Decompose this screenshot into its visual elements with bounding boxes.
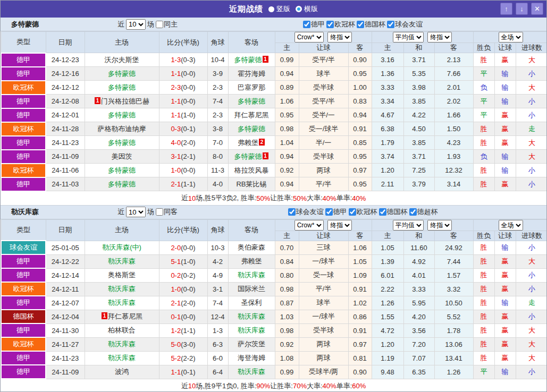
same-venue-checkbox[interactable]: 同主	[156, 20, 178, 29]
halftime-score: (0-0)	[181, 244, 195, 252]
home-team: 勒沃库森	[85, 351, 159, 365]
layout-radio-horizontal[interactable]: 横版	[296, 4, 318, 14]
result-wdl: 胜	[473, 337, 494, 351]
result-wdl: 胜	[473, 53, 494, 67]
odds-time-select[interactable]: 终指	[327, 220, 352, 231]
summary-part: 50%	[293, 194, 307, 202]
same-venue-checkbox-input[interactable]	[156, 21, 163, 28]
average-time-select[interactable]: 终指	[427, 32, 452, 42]
halftime-score: (2-2)	[181, 354, 195, 362]
match-date: 24-11-27	[46, 337, 85, 351]
league-checkbox-label: 球会友谊	[395, 20, 423, 29]
avg-away-odds: 2.13	[434, 53, 473, 67]
fulltime-score: 1-0	[171, 166, 181, 174]
filter-league-checkbox[interactable]: 球会友谊	[387, 20, 423, 29]
home-team: 萨格勒布迪纳摩	[85, 122, 159, 136]
period-select[interactable]: 全场	[499, 220, 523, 231]
score: 0-2(0-2)	[159, 268, 207, 282]
avg-draw-odds: 11.60	[403, 241, 434, 254]
result-handicap: 赢	[494, 323, 516, 337]
league-checkbox-input[interactable]	[325, 208, 333, 216]
close-icon: ✕	[534, 5, 540, 13]
filter-league-checkbox[interactable]: 德甲	[325, 207, 347, 217]
match-count-select[interactable]: 10	[126, 19, 146, 30]
avg-draw-odds: 3.71	[403, 53, 434, 67]
match-row: 德甲24-11-23勒沃库森5-2(2-2)6-0海登海姆1.08两球0.811…	[1, 351, 547, 365]
layout-radio-vertical[interactable]: 竖版	[268, 4, 290, 14]
result-handicap: 赢	[494, 337, 516, 351]
summary-part: 40%	[323, 194, 336, 202]
result-handicap: 赢	[494, 351, 516, 365]
league-type-badge: 欧冠杯	[1, 282, 46, 296]
same-venue-checkbox[interactable]: 同客	[156, 207, 178, 217]
match-count-select[interactable]: 10	[126, 207, 146, 217]
league-checkbox-input[interactable]	[387, 21, 394, 28]
away-team-name: 霍芬海姆	[238, 70, 265, 78]
sub-header-avg-home: 主	[372, 231, 403, 241]
avg-draw-odds: 5.95	[403, 296, 434, 310]
average-time-select[interactable]: 终指	[427, 220, 452, 231]
match-date: 24-12-16	[46, 67, 85, 81]
league-type-badge: 德甲	[1, 351, 46, 365]
home-team-name: 奥格斯堡	[108, 271, 136, 279]
halftime-score: (0-1)	[181, 368, 195, 376]
league-checkbox-input[interactable]	[349, 208, 356, 216]
sub-header-away-odds: 客	[348, 231, 372, 241]
filter-league-checkbox[interactable]: 德国杯	[379, 207, 408, 217]
league-checkbox-input[interactable]	[303, 21, 310, 28]
avg-draw-odds: 7.07	[403, 351, 434, 365]
match-row: 德甲24-11-09美因茨3-1(2-1)8-0多特蒙德10.94受半球0.95…	[1, 150, 547, 164]
score: 0-1(0-0)	[159, 310, 207, 323]
league-checkbox-input[interactable]	[288, 208, 296, 216]
filter-league-checkbox[interactable]: 球会友谊	[288, 207, 324, 217]
summary-part: 10	[188, 382, 196, 390]
period-select[interactable]: 全场	[499, 32, 523, 42]
fulltime-score: 0-3	[171, 125, 181, 133]
filter-league-checkbox[interactable]: 德甲	[303, 20, 325, 29]
filter-league-checkbox[interactable]: 欧冠杯	[326, 20, 355, 29]
league-checkbox-input[interactable]	[326, 21, 334, 28]
handicap-line: 一/球半	[299, 310, 348, 323]
home-odds: 0.89	[275, 81, 299, 95]
col-header-score: 比分(半场)	[159, 32, 207, 53]
avg-draw-odds: 4.20	[403, 310, 434, 323]
avg-away-odds: 13.06	[434, 337, 473, 351]
avg-home-odds: 6.01	[372, 268, 403, 282]
close-button[interactable]: ✕	[531, 3, 543, 15]
odds-source-select[interactable]: Crow*	[294, 220, 324, 231]
league-checkbox-input[interactable]	[357, 21, 364, 28]
odds-source-select[interactable]: Crow*	[294, 32, 324, 42]
avg-home-odds: 4.72	[372, 323, 403, 337]
filter-league-checkbox[interactable]: 欧冠杯	[349, 207, 377, 217]
average-source-select[interactable]: 平均值	[393, 220, 424, 231]
filter-league-checkbox[interactable]: 德超杯	[409, 207, 438, 217]
same-venue-label: 同客	[164, 207, 178, 217]
result-handicap: 赢	[494, 177, 516, 191]
move-up-button[interactable]: ↑	[500, 3, 512, 15]
home-team: 勒沃库森(中)	[85, 241, 159, 254]
result-handicap: 赢	[494, 53, 516, 67]
away-team: 格拉茨风暴	[228, 164, 275, 177]
avg-draw-odds: 3.33	[403, 282, 434, 296]
filter-prefix-label: 近	[117, 20, 124, 29]
handicap-line: 球半	[299, 67, 348, 81]
handicap-line: 平/半	[299, 177, 348, 191]
home-team-name: 多特蒙德	[108, 70, 136, 78]
league-type-badge: 德国杯	[1, 310, 46, 323]
halftime-score: (0-0)	[181, 97, 195, 105]
filters: 近 10 场 同主 德甲欧冠杯德国杯球会友谊	[117, 19, 546, 30]
result-goals: 大	[516, 81, 547, 95]
odds-time-select[interactable]: 终指	[327, 32, 352, 42]
result-wdl: 胜	[473, 268, 494, 282]
league-checkbox-input[interactable]	[409, 208, 417, 216]
handicap-line: 受半球	[299, 150, 348, 164]
average-source-select[interactable]: 平均值	[393, 32, 424, 42]
move-down-button[interactable]: ↓	[516, 3, 528, 15]
same-venue-checkbox-input[interactable]	[156, 208, 163, 216]
league-type-badge: 德甲	[1, 254, 46, 268]
result-handicap: 输	[494, 365, 516, 379]
league-checkbox-input[interactable]	[379, 208, 386, 216]
result-goals: 大	[516, 323, 547, 337]
filter-league-checkbox[interactable]: 德国杯	[357, 20, 385, 29]
league-type-badge: 德甲	[1, 268, 46, 282]
